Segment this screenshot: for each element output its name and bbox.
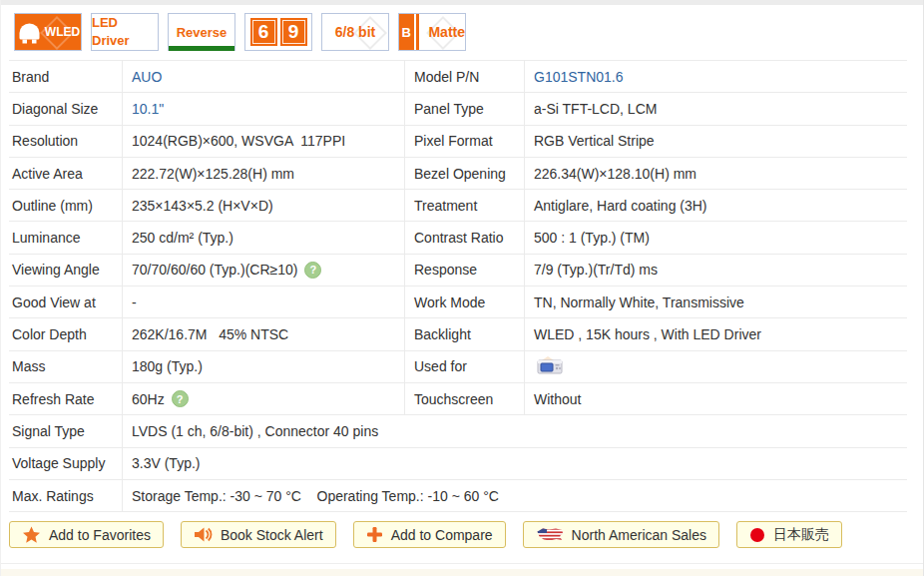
compare-plus-icon: [366, 526, 383, 543]
bottom-strip: [1, 569, 923, 576]
digit-tile-9: 9: [280, 18, 307, 46]
spec-row: Resolution 1024(RGB)×600, WSVGA 117PPI P…: [9, 126, 907, 158]
matte-stripe: [416, 14, 420, 50]
spec-label-diagonal: Diagonal Size: [9, 93, 122, 124]
spec-label-treatment: Treatment: [404, 190, 524, 221]
add-to-favorites-button[interactable]: Add to Favorites: [9, 521, 164, 548]
spec-label-good-view: Good View at: [9, 287, 122, 317]
feature-badges: WLED LED Driver Reverse 6 9 6/8 bit B Ma…: [14, 13, 923, 51]
badge-wled[interactable]: WLED: [14, 13, 82, 51]
add-to-compare-button[interactable]: Add to Compare: [353, 521, 506, 548]
spec-label-active-area: Active Area: [9, 158, 122, 189]
spec-row: Luminance 250 cd/m² (Typ.) Contrast Rati…: [9, 222, 907, 254]
spec-label-refresh-rate: Refresh Rate: [9, 383, 122, 414]
favorites-star-icon: [22, 526, 41, 544]
badge-matte[interactable]: B Matte: [398, 13, 466, 51]
spec-label-work-mode: Work Mode: [404, 287, 524, 317]
spec-value-response: 7/9 (Typ.)(Tr/Td) ms: [524, 255, 907, 286]
panel-spec-page: WLED LED Driver Reverse 6 9 6/8 bit B Ma…: [0, 0, 924, 576]
badge-68bit[interactable]: 6/8 bit: [321, 13, 389, 51]
spec-value-color-depth: 262K/16.7M 45% NTSC: [122, 318, 404, 349]
spec-value-outline: 235×143×5.2 (H×V×D): [122, 190, 404, 221]
spec-label-signal-type: Signal Type: [9, 415, 122, 446]
diagonal-link[interactable]: 10.1": [132, 101, 164, 117]
spec-label-viewing-angle: Viewing Angle: [9, 255, 122, 286]
spec-label-response: Response: [404, 255, 524, 286]
spec-label-touchscreen: Touchscreen: [404, 383, 524, 414]
spec-value-signal-type: LVDS (1 ch, 6/8-bit) , Connector 40 pins: [122, 415, 907, 446]
spec-label-panel-type: Panel Type: [404, 93, 524, 124]
top-divider-bar: [1, 0, 923, 5]
spec-value-pixel-format: RGB Vertical Stripe: [524, 126, 907, 157]
spec-label-used-for: Used for: [404, 351, 524, 382]
japan-sales-button[interactable]: 日本販売: [736, 521, 842, 548]
spec-value-luminance: 250 cd/m² (Typ.): [122, 222, 404, 253]
spec-value-viewing-angle: 70/70/60/60 (Typ.)(CR≥10)?: [122, 255, 404, 286]
us-map-icon: [536, 526, 564, 543]
spec-label-color-depth: Color Depth: [9, 318, 122, 349]
spec-value-used-for: [524, 351, 907, 382]
spec-row: Good View at - Work Mode TN, Normally Wh…: [9, 287, 907, 318]
spec-row: Brand AUO Model P/N G101STN01.6: [9, 61, 907, 93]
matte-b-mark: B: [399, 14, 414, 50]
spec-label-mass: Mass: [9, 351, 122, 382]
north-american-sales-label: North American Sales: [572, 527, 706, 543]
badge-led-driver[interactable]: LED Driver: [91, 13, 159, 51]
spec-value-good-view: -: [122, 287, 404, 317]
help-icon[interactable]: ?: [172, 390, 189, 407]
spec-value-brand: AUO: [122, 61, 404, 92]
led-driver-cable-icon: [92, 50, 158, 51]
spec-label-backlight: Backlight: [404, 318, 524, 349]
spec-label-contrast: Contrast Ratio: [404, 222, 524, 253]
spec-value-max-ratings: Storage Temp.: -30 ~ 70 °C Operating Tem…: [122, 480, 907, 511]
spec-table: Brand AUO Model P/N G101STN01.6 Diagonal…: [9, 60, 907, 512]
spec-value-active-area: 222.72(W)×125.28(H) mm: [122, 158, 404, 189]
spec-value-resolution: 1024(RGB)×600, WSVGA 117PPI: [122, 126, 404, 157]
spec-value-voltage-supply: 3.3V (Typ.): [122, 448, 907, 479]
model-link[interactable]: G101STN01.6: [534, 69, 624, 85]
badge-reverse-label: Reverse: [177, 25, 228, 40]
add-to-favorites-label: Add to Favorites: [49, 527, 151, 543]
diamond-watermark-icon: [40, 16, 74, 50]
north-american-sales-button[interactable]: North American Sales: [523, 521, 719, 548]
japan-sales-label: 日本販売: [773, 526, 829, 544]
spec-row: Diagonal Size 10.1" Panel Type a-Si TFT-…: [9, 93, 907, 125]
spec-label-max-ratings: Max. Ratings: [9, 480, 122, 511]
spec-value-diagonal: 10.1": [122, 93, 404, 124]
used-for-device-icon[interactable]: [534, 354, 566, 378]
spec-label-pixel-format: Pixel Format: [404, 126, 524, 157]
badge-matte-label: Matte: [428, 24, 465, 40]
spec-label-voltage-supply: Voltage Supply: [9, 448, 122, 479]
spec-row: Mass 180g (Typ.) Used for: [9, 351, 907, 383]
spec-row: Color Depth 262K/16.7M 45% NTSC Backligh…: [9, 318, 907, 350]
spec-value-bezel-opening: 226.34(W)×128.10(H) mm: [524, 158, 907, 189]
spec-value-backlight: WLED , 15K hours , With LED Driver: [524, 318, 907, 349]
spec-row-voltage-supply: Voltage Supply 3.3V (Typ.): [9, 448, 907, 480]
spec-label-bezel-opening: Bezel Opening: [404, 158, 524, 189]
badge-reverse[interactable]: Reverse: [168, 13, 235, 51]
spec-value-panel-type: a-Si TFT-LCD, LCM: [524, 93, 907, 124]
spec-value-refresh-rate: 60Hz?: [122, 383, 404, 414]
spec-label-brand: Brand: [9, 61, 122, 92]
spec-row: Active Area 222.72(W)×125.28(H) mm Bezel…: [9, 158, 907, 190]
spec-row-signal-type: Signal Type LVDS (1 ch, 6/8-bit) , Conne…: [9, 415, 907, 447]
spec-value-mass: 180g (Typ.): [122, 351, 404, 382]
spec-value-treatment: Antiglare, Hard coating (3H): [524, 190, 907, 221]
spec-value-model: G101STN01.6: [524, 61, 907, 92]
bottom-divider: [1, 563, 923, 564]
spec-value-work-mode: TN, Normally White, Transmissive: [524, 287, 907, 317]
spec-row: Refresh Rate 60Hz? Touchscreen Without: [9, 383, 907, 415]
spec-row: Viewing Angle 70/70/60/60 (Typ.)(CR≥10)?…: [9, 255, 907, 287]
action-bar: Add to Favorites Book Stock Alert Add to…: [9, 521, 923, 548]
book-stock-alert-button[interactable]: Book Stock Alert: [181, 521, 336, 548]
spec-row-max-ratings: Max. Ratings Storage Temp.: -30 ~ 70 °C …: [9, 480, 907, 512]
reverse-green-bar: [169, 46, 234, 51]
help-icon[interactable]: ?: [304, 262, 321, 279]
spec-value-contrast: 500 : 1 (Typ.) (TM): [524, 222, 907, 253]
add-to-compare-label: Add to Compare: [391, 527, 493, 543]
spec-label-resolution: Resolution: [9, 126, 122, 157]
brand-link[interactable]: AUO: [132, 69, 162, 85]
wled-lamp-icon: [16, 20, 43, 45]
badge-69[interactable]: 6 9: [244, 13, 312, 51]
spec-label-outline: Outline (mm): [9, 190, 122, 221]
